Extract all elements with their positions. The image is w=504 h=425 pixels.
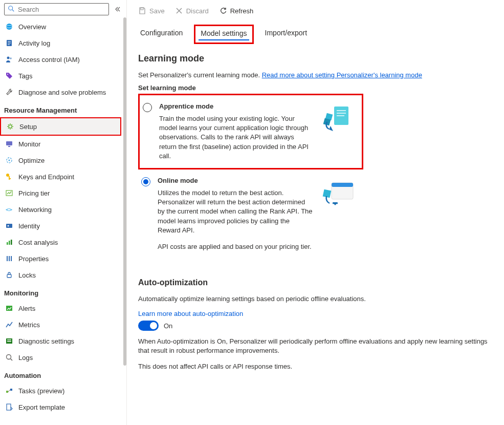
svg-point-22 <box>8 225 9 227</box>
apprentice-illustration <box>319 102 355 138</box>
sidebar-item-label: Cost analysis <box>18 239 58 246</box>
gear-icon <box>6 122 14 131</box>
sidebar-item-tags[interactable]: Tags <box>0 68 124 84</box>
online-mode-title: Online mode <box>158 177 313 184</box>
apprentice-mode-title: Apprentice mode <box>159 102 312 110</box>
online-mode-desc2: API costs are applied and based on your … <box>158 242 313 251</box>
alerts-icon <box>5 304 13 312</box>
auto-optimization-link[interactable]: Learn more about auto-optimization <box>138 310 243 317</box>
save-button[interactable]: Save <box>134 5 169 17</box>
sidebar-item-monitor[interactable]: Monitor <box>0 136 124 152</box>
search-box[interactable] <box>4 3 109 15</box>
sidebar-item-label: Export template <box>18 403 65 411</box>
sidebar-item-export-template[interactable]: Export template <box>0 399 124 415</box>
sidebar-item-label: Access control (IAM) <box>18 56 80 63</box>
sidebar-item-label: Diagnose and solve problems <box>18 89 106 96</box>
auto-optimization-toggle-label: On <box>164 322 172 330</box>
sidebar-item-setup[interactable]: Setup <box>1 118 120 135</box>
refresh-icon <box>219 7 227 15</box>
learning-mode-desc: Set Personalizer's current learning mode… <box>138 71 496 79</box>
sidebar-item-label: Metrics <box>18 321 40 329</box>
online-radio[interactable] <box>141 177 150 186</box>
svg-rect-33 <box>7 341 11 342</box>
sidebar-item-logs[interactable]: Logs <box>0 349 124 366</box>
sidebar-item-label: Activity log <box>18 39 50 47</box>
svg-line-35 <box>11 359 13 361</box>
toolbar: Save Discard Refresh <box>134 0 504 20</box>
svg-rect-37 <box>10 389 12 391</box>
sidebar-item-identity[interactable]: Identity <box>0 218 124 234</box>
auto-optimization-toggle[interactable] <box>138 321 159 331</box>
refresh-button[interactable]: Refresh <box>215 5 258 17</box>
sidebar-item-label: Logs <box>18 354 33 362</box>
online-mode-desc: Utilizes the model to return the best ac… <box>158 188 313 235</box>
sidebar-item-pricing[interactable]: Pricing tier <box>0 185 124 201</box>
sidebar-item-alerts[interactable]: Alerts <box>0 300 124 316</box>
svg-rect-27 <box>9 256 10 261</box>
key-icon <box>5 173 13 181</box>
sidebar-section-resource-management: Resource Management <box>0 100 124 117</box>
lock-icon <box>5 271 13 279</box>
sidebar-item-keys[interactable]: Keys and Endpoint <box>0 168 124 185</box>
sidebar-item-properties[interactable]: Properties <box>0 250 124 267</box>
sidebar-item-cost[interactable]: Cost analysis <box>0 234 124 250</box>
tab-import-export[interactable]: Import/export <box>263 25 309 44</box>
sidebar-item-label: Locks <box>18 271 36 279</box>
auto-optimization-para2: When Auto-optimization is On, Personaliz… <box>138 337 496 355</box>
svg-rect-28 <box>11 256 12 261</box>
cost-icon <box>5 238 13 246</box>
svg-rect-24 <box>9 241 10 245</box>
sidebar-item-label: Diagnostic settings <box>18 337 74 345</box>
sidebar-item-optimize[interactable]: Optimize <box>0 152 124 168</box>
logs-icon <box>5 353 13 362</box>
collapse-sidebar-button[interactable] <box>112 4 122 14</box>
auto-optimization-para3: This does not affect API calls or API re… <box>138 362 496 371</box>
sidebar: Overview Activity log Access control (IA… <box>0 0 127 425</box>
nav-list: Overview Activity log Access control (IA… <box>0 18 126 425</box>
sidebar-item-label: Setup <box>19 123 37 131</box>
wrench-icon <box>5 88 13 96</box>
apprentice-radio[interactable] <box>143 103 152 112</box>
metrics-icon <box>5 321 13 329</box>
globe-icon <box>5 23 13 31</box>
svg-rect-12 <box>6 141 12 145</box>
svg-point-8 <box>7 57 10 59</box>
svg-rect-25 <box>11 240 12 245</box>
tab-configuration[interactable]: Configuration <box>138 25 185 44</box>
search-input[interactable] <box>18 6 105 13</box>
sidebar-item-label: Tags <box>18 72 32 80</box>
learning-mode-link[interactable]: Read more about setting Personalizer's l… <box>262 71 422 79</box>
sidebar-scrollbar[interactable] <box>123 17 126 425</box>
svg-rect-40 <box>141 8 143 10</box>
sidebar-item-label: Pricing tier <box>18 189 50 197</box>
sidebar-item-networking[interactable]: <> Networking <box>0 201 124 218</box>
svg-line-38 <box>8 390 10 392</box>
apprentice-mode-option[interactable]: Apprentice mode Train the model using yo… <box>138 94 363 169</box>
svg-rect-23 <box>7 242 8 245</box>
search-icon <box>8 5 15 14</box>
sidebar-item-label: Networking <box>18 206 52 214</box>
online-mode-option[interactable]: Online mode Utilizes the model to return… <box>138 169 363 259</box>
sidebar-item-diagnostic-settings[interactable]: Diagnostic settings <box>0 333 124 349</box>
sidebar-item-locks[interactable]: Locks <box>0 267 124 283</box>
tag-icon <box>5 72 13 80</box>
identity-icon <box>5 222 13 230</box>
sidebar-item-label: Monitor <box>18 140 40 148</box>
sidebar-item-activity-log[interactable]: Activity log <box>0 35 124 51</box>
discard-button[interactable]: Discard <box>171 5 213 17</box>
sidebar-item-label: Optimize <box>18 157 45 164</box>
sidebar-item-label: Properties <box>18 255 49 263</box>
sidebar-item-overview[interactable]: Overview <box>0 18 124 35</box>
svg-rect-30 <box>6 306 12 311</box>
sidebar-item-label: Tasks (preview) <box>18 387 64 395</box>
online-illustration <box>320 177 356 213</box>
sidebar-item-access-control[interactable]: Access control (IAM) <box>0 51 124 68</box>
sidebar-item-metrics[interactable]: Metrics <box>0 316 124 333</box>
svg-point-0 <box>9 6 13 10</box>
network-icon: <> <box>5 205 13 214</box>
sidebar-item-tasks[interactable]: Tasks (preview) <box>0 383 124 399</box>
sidebar-item-diagnose[interactable]: Diagnose and solve problems <box>0 84 124 100</box>
tab-model-settings[interactable]: Model settings <box>194 25 253 44</box>
svg-rect-36 <box>6 391 8 393</box>
properties-icon <box>5 254 13 263</box>
